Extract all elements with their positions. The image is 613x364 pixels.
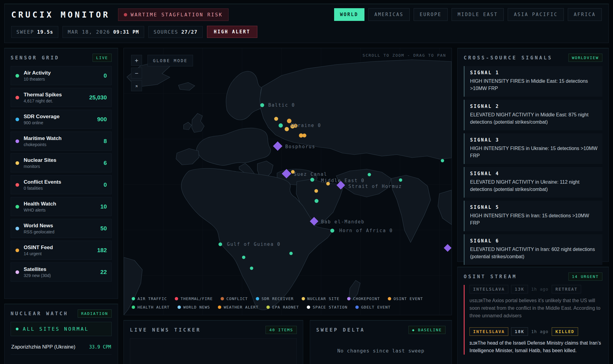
map-label: Middle East 0 [321,178,364,183]
osint-count-badge: 18K [511,327,528,336]
sensor-dot-icon [15,139,19,143]
ticker-item-card[interactable] [130,338,297,364]
signal-title: SIGNAL 4 [470,171,598,176]
signal-card: SIGNAL 6 ELEVATED NIGHT ACTIVITY in Iran… [464,234,602,265]
map-marker-circle[interactable] [218,242,222,246]
sensor-item[interactable]: Health Watch WHO alerts 10 [11,197,112,216]
sensor-item[interactable]: Satellites 329 new (30d) 22 [11,262,112,282]
sensor-dot-icon [15,96,19,99]
sensor-item[interactable]: Nuclear Sites monitors 6 [11,153,112,172]
map-marker-circle[interactable] [399,179,402,182]
sensor-name: SDR Coverage [24,114,93,120]
legend-dot-icon [221,297,224,300]
alert-dot-icon [124,13,127,16]
ticker-title: LIVE NEWS TICKER [130,327,201,333]
map-marker-circle[interactable] [260,103,264,107]
live-news-ticker-panel: LIVE NEWS TICKER 40 ITEMS AL JAZEERA 1h … [124,320,303,364]
legend-item: HEALTH ALERT [132,305,170,309]
sensor-dot-icon [15,118,19,121]
map-label: Baltic 0 [268,102,295,108]
zoom-in-button[interactable]: + [131,55,142,66]
legend-dot-icon [302,297,305,300]
sensor-name: Air Activity [24,70,99,76]
sensor-dot-icon [15,161,19,165]
osint-tag-badge: RETREAT [552,285,581,293]
map-legend: AIR TRAFFIC THERMAL/FIRE CONFLICT SDR RE… [132,296,423,309]
map-marker-circle[interactable] [315,199,319,203]
map-marker-circle[interactable] [368,173,371,176]
sensor-subtitle: 10 theaters [24,77,99,82]
sensor-dot-icon [15,270,19,274]
sensor-subtitle: chokepoints [24,142,99,147]
signal-body: HIGH INTENSITY FIRES in Middle East: 15 … [470,78,598,92]
sensor-name: Conflict Events [24,179,99,185]
sensor-dot-icon [15,249,19,252]
status-strip: SWEEP 19.5s MAR 18, 2026 09:31 PM SOURCE… [11,26,602,38]
legend-item: OSINT EVENT [388,296,423,301]
signal-body: HIGH INTENSITY FIRES in Ukraine: 15 dete… [470,145,598,159]
all-sites-normal-status: ALL SITES NORMAL [11,322,112,336]
map-marker-circle[interactable] [274,117,278,121]
fly-to-button[interactable]: ✈ [131,80,142,91]
sensor-item[interactable]: Thermal Spikes 4,617 night det. 25,030 [11,88,112,107]
sensor-item[interactable]: World News RSS geolocated 50 [11,219,112,238]
tab-asia-pacific[interactable]: ASIA PACIFIC [508,8,564,21]
sweep-delta-title: SWEEP DELTA [316,327,365,333]
globe-mode-button[interactable]: GLOBE MODE [147,55,193,66]
map-marker-circle[interactable] [310,178,314,182]
sensor-value: 182 [97,247,107,254]
sweep-delta-empty-text: No changes since last sweep [316,348,445,354]
sensor-item[interactable]: Air Activity 10 theaters 0 [11,66,112,85]
sensor-subtitle: 900 online [24,120,93,125]
sensor-subtitle: WHO alerts [24,208,96,212]
cross-source-signals-panel: CROSS-SOURCE SIGNALS WORLDVIEW SIGNAL 1 … [457,48,609,262]
sensor-item[interactable]: OSINT Feed 14 urgent 182 [11,241,112,260]
time-value: 09:31 PM [113,29,139,35]
map-marker-circle[interactable] [290,252,293,255]
map-marker-circle[interactable] [303,134,306,138]
sensor-dot-icon [15,227,19,230]
sensor-item[interactable]: SDR Coverage 900 online 900 [11,110,112,129]
osint-text: ᴜꜱɪʟɪʀThe Axios portal believes it’s unl… [469,297,602,319]
legend-item: SPACE STATION [307,305,347,309]
legend-dot-icon [218,306,221,309]
map-label: Suez Canal [294,172,327,177]
sensor-subtitle: 329 new (30d) [24,273,96,278]
top-bar: CRUCIX MONITOR WARTIME STAGFLATION RISK … [4,4,609,43]
legend-item: SDR RECEIVER [256,296,294,301]
legend-dot-icon [175,297,178,300]
tab-middle-east[interactable]: MIDDLE EAST [452,8,504,21]
map-marker-circle[interactable] [441,159,444,162]
sensor-item[interactable]: Conflict Events 0 fatalities 0 [11,175,112,194]
world-map[interactable]: + − ✈ GLOBE MODE SCROLL TO ZOOM - DRAG T… [124,48,452,315]
sensor-item[interactable]: Maritime Watch chokepoints 8 [11,132,112,151]
map-marker-circle[interactable] [279,123,283,128]
legend-item: WORLD NEWS [178,305,210,309]
map-marker-circle[interactable] [314,189,318,193]
map-marker-circle[interactable] [242,256,246,259]
legend-item: THERMAL/FIRE [175,296,213,301]
osint-tag-badge: KILLED [552,327,578,336]
urgent-count-badge: 14 URGENT [568,272,602,281]
osint-source-badge: INTELSLAVA [469,327,508,336]
tab-americas[interactable]: AMERICAS [368,8,410,21]
map-marker-circle[interactable] [285,127,289,131]
sweep-delta-panel: SWEEP DELTA ◆ BASELINE No changes since … [310,320,452,364]
legend-item: CONFLICT [221,296,248,301]
map-marker-circle[interactable] [250,267,253,270]
tab-world[interactable]: WORLD [334,8,364,21]
sensor-subtitle: monitors [24,164,99,169]
osint-count-badge: 13K [511,285,528,293]
tab-africa[interactable]: AFRICA [568,8,602,21]
region-tabs: WORLDAMERICASEUROPEMIDDLE EASTASIA PACIF… [334,8,602,21]
osint-item[interactable]: INTELSLAVA 18K 1h ago KILLED ɪʟɪʀThe hea… [465,327,602,355]
sensor-subtitle: 0 fatalities [24,186,99,191]
signal-body: HIGH INTENSITY FIRES in Iran: 15 detecti… [470,212,598,227]
sensor-dot-icon [15,205,19,209]
tab-europe[interactable]: EUROPE [414,8,448,21]
zoom-out-button[interactable]: − [131,68,142,78]
npp-row[interactable]: Zaporizhzhia NPP (Ukraine) 33.9 CPM [11,341,112,355]
osint-item[interactable]: INTELSLAVA 13K 1h ago RETREAT ᴜꜱɪʟɪʀThe … [465,285,602,319]
sensor-list: Air Activity 10 theaters 0 Thermal Spike… [11,66,112,282]
map-marker-circle[interactable] [330,229,334,233]
